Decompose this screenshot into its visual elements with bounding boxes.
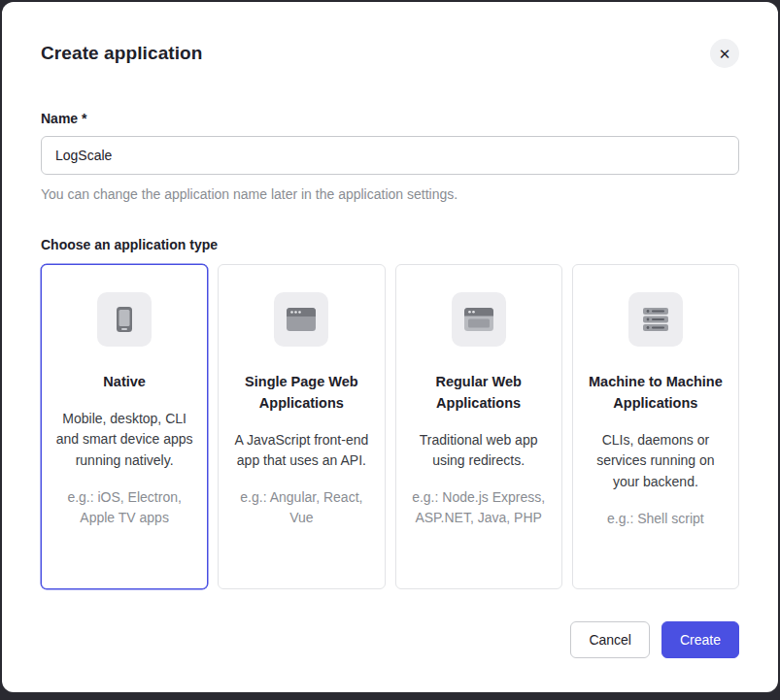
application-type-label: Choose an application type <box>41 237 739 252</box>
card-title: Regular Web Applications <box>409 372 549 415</box>
create-button[interactable]: Create <box>661 621 739 658</box>
card-example: e.g.: iOS, Electron, Apple TV apps <box>54 487 194 528</box>
browser-window-icon <box>452 292 506 347</box>
card-description: Mobile, desktop, CLI and smart device ap… <box>54 409 194 472</box>
card-description: A JavaScript front-end app that uses an … <box>231 430 371 472</box>
application-type-cards: Native Mobile, desktop, CLI and smart de… <box>41 264 739 589</box>
card-example: e.g.: Shell script <box>607 509 704 529</box>
modal-header: Create application ✕ <box>41 39 739 68</box>
card-native[interactable]: Native Mobile, desktop, CLI and smart de… <box>41 264 208 589</box>
close-button[interactable]: ✕ <box>710 39 739 68</box>
name-help-text: You can change the application name late… <box>41 186 739 202</box>
card-title: Machine to Machine Applications <box>586 372 726 415</box>
cancel-button[interactable]: Cancel <box>570 621 650 658</box>
card-title: Native <box>103 372 146 393</box>
browser-window-icon <box>274 292 328 347</box>
mobile-phone-icon <box>97 292 152 347</box>
card-spa[interactable]: Single Page Web Applications A JavaScrip… <box>218 264 385 589</box>
modal-footer: Cancel Create <box>41 621 739 658</box>
card-description: Traditional web app using redirects. <box>409 430 549 472</box>
server-stack-icon <box>628 292 683 347</box>
card-regular-web[interactable]: Regular Web Applications Traditional web… <box>395 264 562 589</box>
application-name-input[interactable] <box>41 136 739 175</box>
name-field-label: Name * <box>41 111 739 126</box>
card-description: CLIs, daemons or services running on you… <box>586 430 726 493</box>
modal-title: Create application <box>41 43 203 64</box>
card-m2m[interactable]: Machine to Machine Applications CLIs, da… <box>572 264 739 589</box>
card-title: Single Page Web Applications <box>231 372 371 415</box>
card-example: e.g.: Angular, React, Vue <box>231 487 371 528</box>
create-application-modal: Create application ✕ Name * You can chan… <box>2 2 778 692</box>
card-example: e.g.: Node.js Express, ASP.NET, Java, PH… <box>409 487 549 528</box>
close-icon: ✕ <box>719 47 731 61</box>
